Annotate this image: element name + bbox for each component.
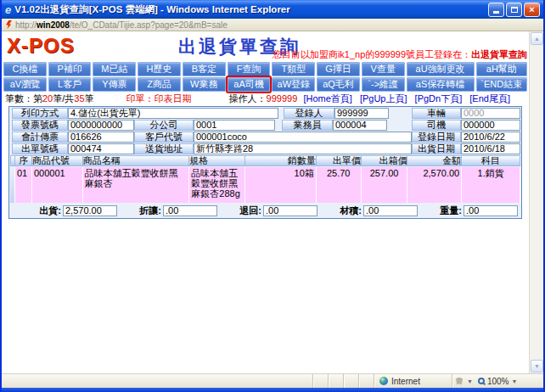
nav-home[interactable]: [Home首頁] (303, 93, 351, 104)
browser-window: e V1.02出退貨查詢[X-POS 雲端網] - Windows Intern… (0, 0, 545, 392)
window-title: V1.02出退貨查詢[X-POS 雲端網] - Windows Internet… (14, 3, 486, 16)
ship-date-field[interactable]: 2010/6/18 (461, 143, 520, 154)
address-bar[interactable]: http://win2008/te/O_CData/Tijie.asp?page… (2, 19, 543, 31)
address-url[interactable]: http://win2008/te/O_CData/Tijie.asp?page… (15, 20, 228, 30)
page-error-icon (6, 20, 12, 29)
form-row-4: 出單號碼 000474 送貨地址 新竹縣李路28 出貨日期 2010/6/18 (10, 143, 520, 154)
form-row-2: 發票號碼 0000000000 分公司 0001 業務員 000004 司機 0… (10, 120, 520, 131)
btn-voucher[interactable]: Y傳票 (93, 77, 136, 92)
scroll-down-icon[interactable]: ▼ (531, 360, 543, 372)
btn-help[interactable]: aH幫助 (476, 62, 527, 76)
btn-customer-custom[interactable]: B客定 (183, 62, 226, 76)
btn-maintain[interactable]: `->維護 (362, 77, 405, 92)
driver-field[interactable]: 000000 (461, 120, 520, 131)
print-mode-field[interactable]: 4.儲位(出貨先單) (68, 108, 278, 119)
btn-gross-profit[interactable]: aQ毛利 (317, 77, 360, 92)
scroll-up-icon[interactable]: ▲ (531, 32, 543, 45)
form-row-3: 會計傳票 016626 客戶代號 000001coco 登錄日期 2010/6/… (10, 132, 520, 143)
order-no-field[interactable]: 000474 (68, 143, 134, 154)
safety-icon[interactable] (456, 378, 463, 385)
ship-date-label: 出貨日期 (412, 143, 461, 154)
print-mode-label: 列印方式 (12, 108, 68, 119)
safety-caret-icon[interactable]: ▼ (467, 378, 473, 384)
cell-seq: 01 (15, 167, 32, 203)
total-discount-field[interactable]: .00 (163, 205, 217, 216)
title-bar: e V1.02出退貨查詢[X-POS 雲端網] - Windows Intern… (2, 0, 543, 19)
header-amount: 金額 (407, 155, 462, 166)
record-count-label: 筆數：第 (5, 93, 42, 104)
invoice-no-field[interactable]: 0000000000 (68, 120, 134, 131)
delivery-address-label: 送貨地址 (134, 143, 194, 154)
table-row[interactable]: 01 000001 品味本舖五穀豐收餅黑麻銀杏 品味本舖五穀豐收餅黑麻銀杏288… (10, 167, 520, 203)
vehicle-label: 車輛 (412, 108, 461, 119)
security-zone-pane: Internet (374, 374, 452, 388)
btn-product[interactable]: Z商品 (138, 77, 181, 92)
status-main-pane (2, 374, 312, 388)
record-count: 筆數：第20筆/共35筆 (5, 92, 94, 105)
customer-code-label: 客戶代號 (134, 132, 194, 143)
maximize-button[interactable] (506, 3, 522, 17)
btn-driver[interactable]: aA司機 (228, 77, 271, 92)
total-shipment: 出貨:2,570.00 (19, 204, 119, 217)
total-weight: 重量:.00 (419, 204, 520, 217)
toolbar-row-1: C換檔 P補印 M已結 H歷史 B客定 F查詢 T類型 G擇日 V查量 aU強制… (3, 62, 528, 76)
nav-pgup[interactable]: [PgUp上頁] (360, 93, 407, 104)
reg-date-field[interactable]: 2010/6/22 (461, 132, 520, 143)
zoom-icon[interactable] (478, 378, 485, 384)
total-weight-field[interactable]: .00 (464, 205, 518, 216)
branch-field[interactable]: 0001 (194, 120, 275, 131)
btn-register[interactable]: aW登錄 (272, 77, 315, 92)
registrant-field[interactable]: 999999 (334, 108, 389, 119)
page-content: X-POS 出退貨單查詢 您目前以加盟商ik1_np的999999號員工登錄在：… (2, 31, 543, 373)
totals-row: 出貨:2,570.00 折讓:.00 退回:.00 材積:.00 重量:.00 (10, 204, 520, 217)
btn-history[interactable]: H歷史 (138, 62, 181, 76)
header-product-name: 商品名稱 (83, 155, 190, 166)
total-shipment-field[interactable]: 2,570.00 (63, 205, 117, 216)
total-return: 退回:.00 (219, 204, 319, 217)
btn-query[interactable]: F查詢 (228, 62, 271, 76)
status-pane-3 (343, 374, 358, 388)
total-volume-field[interactable]: .00 (363, 205, 418, 216)
salesman-field[interactable]: 000004 (333, 120, 387, 131)
vehicle-field[interactable]: 0000 (461, 108, 520, 119)
btn-save-export[interactable]: aS保存轉檔 (407, 77, 475, 92)
btn-type[interactable]: T類型 (272, 62, 315, 76)
driver-label: 司機 (412, 120, 461, 131)
operator-label: 操作人： (229, 93, 267, 104)
operator-value: 999999 (267, 93, 298, 104)
btn-reprint[interactable]: P補印 (48, 62, 92, 76)
nav-end[interactable]: [End尾頁] (469, 93, 510, 104)
btn-switch-file[interactable]: C換檔 (3, 62, 47, 76)
status-pane-2 (328, 374, 343, 388)
zone-label: Internet (391, 377, 420, 386)
record-count-total: 35 (74, 93, 84, 104)
btn-sales[interactable]: W業務 (183, 77, 226, 92)
operator: 操作人：999999 (229, 92, 298, 105)
url-host: win2008 (37, 20, 70, 30)
vertical-scrollbar[interactable]: ▲ ▼ (529, 31, 543, 373)
btn-browse[interactable]: aV瀏覽 (3, 77, 47, 92)
btn-closed[interactable]: M已結 (93, 62, 136, 76)
btn-customer[interactable]: L客戶 (48, 77, 92, 92)
btn-end[interactable]: `END結束 (476, 77, 527, 92)
total-return-field[interactable]: .00 (263, 205, 317, 216)
ie-icon: e (5, 3, 11, 16)
delivery-address-field[interactable]: 新竹縣李路28 (194, 143, 412, 154)
btn-pick-date[interactable]: G擇日 (317, 62, 360, 76)
customer-code-field[interactable]: 000001coco (194, 132, 412, 143)
reg-date-label: 登錄日期 (412, 132, 461, 143)
cell-spec: 品味本舖五穀豐收餅黑麻銀杏288g (189, 167, 245, 203)
invoice-no-label: 發票號碼 (12, 120, 68, 131)
minimize-button[interactable] (488, 3, 504, 17)
status-bar: Internet ▼100%▼ (2, 373, 543, 388)
globe-icon (379, 377, 388, 385)
close-button[interactable]: × (524, 3, 540, 17)
header-account: 科目 (462, 155, 520, 166)
zoom-caret-icon[interactable]: ▼ (512, 378, 518, 384)
zoom-level: 100% (487, 377, 509, 386)
login-message-prefix: 您目前以加盟商ik1_np的999999號員工登錄在： (272, 49, 471, 59)
btn-quantity-query[interactable]: V查量 (362, 62, 405, 76)
voucher-field[interactable]: 016626 (68, 132, 134, 143)
btn-force-update[interactable]: aU強制更改 (407, 62, 475, 76)
nav-pgdn[interactable]: [PgDn下頁] (415, 93, 463, 104)
